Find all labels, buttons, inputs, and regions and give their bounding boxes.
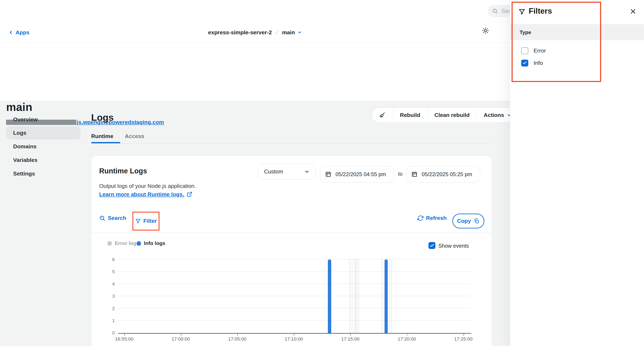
y-axis-label: 2 <box>103 306 115 311</box>
refresh-icon <box>418 215 424 221</box>
funnel-icon <box>135 218 141 224</box>
toolbar-divider <box>92 232 492 233</box>
filter-option-info: Info <box>521 60 543 66</box>
legend-error-logs[interactable]: Error logs <box>115 240 139 246</box>
show-events-checkbox[interactable] <box>428 242 436 249</box>
chart-gridline <box>118 284 471 284</box>
tab-runtime[interactable]: Runtime <box>91 132 114 140</box>
y-axis-label: 1 <box>103 318 115 324</box>
refresh-label: Refresh <box>426 215 447 221</box>
info-logs-dot-icon[interactable] <box>137 241 141 246</box>
chart-gridline <box>118 296 471 296</box>
date-to-input[interactable]: 05/22/2025 05:25 pm <box>406 166 480 182</box>
x-axis-label: 17:15:00 <box>334 336 367 342</box>
time-range-value: Custom <box>264 168 283 175</box>
funnel-icon <box>518 8 525 15</box>
type-section-label: Type <box>520 30 531 35</box>
sidebar-item-overview[interactable]: Overview <box>6 113 80 126</box>
legend-info-logs[interactable]: Info logs <box>144 240 165 246</box>
check-icon <box>522 61 527 65</box>
clean-rebuild-button[interactable]: Clean rebuild <box>428 108 476 122</box>
chart-gridline <box>118 259 471 260</box>
learn-more-label: Learn more about Runtime logs. <box>99 191 184 198</box>
x-axis-tick <box>294 334 294 336</box>
x-axis-tick <box>181 334 182 336</box>
sidebar: Overview Logs Domains Variables Settings <box>6 113 80 181</box>
y-axis-label: 5 <box>103 269 115 274</box>
tab-access[interactable]: Access <box>125 132 144 140</box>
chart-gridline <box>118 308 471 308</box>
x-axis-tick <box>124 334 125 336</box>
logs-filter-button[interactable]: Filter <box>135 218 157 224</box>
chart-gridline <box>118 271 471 272</box>
filters-panel-header: Filters <box>510 0 644 24</box>
search-icon <box>99 215 105 221</box>
tabs-divider <box>91 143 492 144</box>
filters-type-section-header: Type <box>510 24 644 40</box>
card-title: Runtime Logs <box>99 167 147 175</box>
refresh-button[interactable]: Refresh <box>418 215 447 221</box>
logs-tabs: Runtime Access <box>91 132 144 140</box>
environment-name: main <box>282 29 295 36</box>
info-checkbox[interactable] <box>521 60 528 66</box>
card-description: Output logs of your Node.js application. <box>99 183 196 189</box>
clear-cache-button[interactable] <box>372 108 393 122</box>
y-axis-label: 0 <box>103 330 115 336</box>
error-option-label: Error <box>534 48 546 54</box>
page-title: main <box>6 100 32 114</box>
filter-option-error: Error <box>521 47 546 54</box>
show-events-label: Show events <box>438 243 469 249</box>
chart-bar <box>384 260 388 333</box>
rebuild-label: Rebuild <box>400 112 420 118</box>
learn-more-link[interactable]: Learn more about Runtime logs. <box>99 191 192 198</box>
environment-actions-group: Rebuild Clean rebuild Actions <box>372 108 519 123</box>
x-axis-label: 17:10:00 <box>278 336 310 342</box>
external-link-icon <box>187 192 192 197</box>
breadcrumb: express-simple-server-2 / main <box>0 22 510 43</box>
chevron-down-icon <box>304 169 310 174</box>
error-logs-dot-icon[interactable] <box>107 241 112 246</box>
y-axis-label: 3 <box>103 293 115 299</box>
filter-button-highlight: Filter <box>132 212 160 230</box>
logs-search-button[interactable]: Search <box>99 215 126 221</box>
breadcrumb-app-name: express-simple-server-2 <box>208 29 272 36</box>
broom-icon <box>379 112 386 118</box>
search-icon <box>492 8 498 14</box>
filters-panel: Filters Type Error Info <box>510 0 644 346</box>
calendar-icon <box>325 171 331 177</box>
app-root: Apps express-simple-server-2 / main main… <box>0 0 644 346</box>
x-axis-label: 17:05:00 <box>221 336 254 342</box>
chart-event-band <box>356 259 359 333</box>
sidebar-item-variables[interactable]: Variables <box>6 154 80 167</box>
actions-label: Actions <box>484 112 504 118</box>
chart-plot: 012345616:55:0017:00:0017:05:0017:10:001… <box>118 255 471 334</box>
clean-rebuild-label: Clean rebuild <box>434 112 470 118</box>
filter-label: Filter <box>143 218 157 224</box>
x-axis-label: 17:20:00 <box>390 336 423 342</box>
x-axis-label: 17:00:00 <box>164 336 197 342</box>
section-title: Logs <box>91 112 114 123</box>
chart-bar <box>328 260 331 333</box>
sidebar-item-logs[interactable]: Logs <box>6 126 80 140</box>
date-from-input[interactable]: 05/22/2025 04:55 pm <box>320 166 394 182</box>
error-checkbox[interactable] <box>521 47 528 54</box>
sidebar-item-domains[interactable]: Domains <box>6 140 80 153</box>
sidebar-item-settings[interactable]: Settings <box>6 167 80 180</box>
close-icon[interactable] <box>630 8 636 15</box>
runtime-logs-chart: 012345616:55:0017:00:0017:05:0017:10:001… <box>118 255 471 334</box>
runtime-logs-card: Runtime Logs Custom 05/22/2025 04:55 pm … <box>91 156 492 346</box>
copy-button[interactable]: Copy <box>452 214 484 228</box>
y-axis-label: 4 <box>103 281 115 287</box>
x-axis-label: 17:25:00 <box>447 336 480 342</box>
gear-icon[interactable] <box>482 27 490 34</box>
environment-switcher[interactable]: main <box>282 29 302 36</box>
filters-panel-title: Filters <box>529 6 552 16</box>
to-label: to <box>398 171 402 177</box>
x-axis-tick <box>407 334 408 336</box>
chart-gridline <box>118 320 471 321</box>
y-axis-label: 6 <box>103 257 115 262</box>
rebuild-button[interactable]: Rebuild <box>393 108 428 122</box>
environment-url-link[interactable]: js.wpenginepoweredstaging.com <box>77 119 164 126</box>
time-range-select[interactable]: Custom <box>258 164 316 180</box>
calendar-icon <box>411 171 418 177</box>
